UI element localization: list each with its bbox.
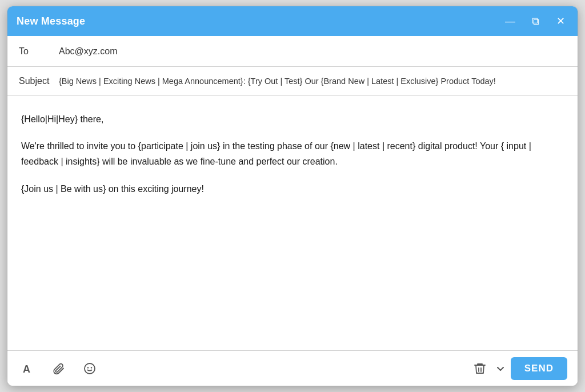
subject-label: Subject [19, 76, 59, 86]
paperclip-icon [53, 362, 65, 375]
body-main: We're thrilled to invite you to {partici… [21, 138, 564, 169]
toolbar-left: A [18, 358, 470, 379]
attach-button[interactable] [49, 358, 69, 379]
delete-button[interactable] [470, 358, 490, 379]
window-controls: — ⧉ ✕ [502, 13, 568, 29]
toolbar: A [7, 350, 578, 386]
font-button[interactable]: A [18, 358, 38, 379]
minimize-button[interactable]: — [502, 13, 518, 29]
subject-value[interactable]: {Big News | Exciting News | Mega Announc… [59, 77, 566, 86]
svg-point-2 [87, 367, 89, 368]
subject-row: Subject {Big News | Exciting News | Mega… [7, 67, 578, 95]
svg-point-1 [85, 363, 95, 374]
svg-text:A: A [23, 363, 30, 375]
close-button[interactable]: ✕ [552, 13, 568, 29]
trash-icon [473, 362, 487, 375]
toolbar-right: SEND [470, 357, 567, 380]
to-value[interactable]: Abc@xyz.com [59, 46, 566, 57]
send-button[interactable]: SEND [511, 357, 567, 380]
body-closing: {Join us | Be with us} on this exciting … [21, 181, 564, 197]
window-title: New Message [17, 15, 502, 27]
chevron-down-icon [496, 364, 505, 373]
email-compose-window: New Message — ⧉ ✕ To Abc@xyz.com Subject… [7, 6, 578, 386]
to-label: To [19, 46, 59, 57]
emoji-icon [83, 362, 96, 375]
font-icon: A [22, 362, 34, 375]
to-row: To Abc@xyz.com [7, 36, 578, 67]
body-greeting: {Hello|Hi|Hey} there, [21, 111, 564, 127]
maximize-button[interactable]: ⧉ [527, 13, 543, 29]
send-dropdown-button[interactable] [492, 358, 508, 379]
title-bar: New Message — ⧉ ✕ [7, 6, 578, 36]
svg-point-3 [91, 367, 92, 368]
email-body[interactable]: {Hello|Hi|Hey} there, We're thrilled to … [7, 95, 578, 350]
emoji-button[interactable] [79, 358, 100, 379]
